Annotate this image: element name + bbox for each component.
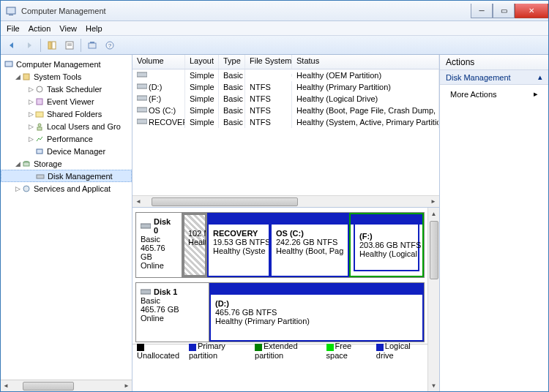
svg-point-22: [23, 186, 29, 192]
volume-header-row: Volume Layout Type File System Status: [132, 55, 439, 69]
scroll-thumb[interactable]: [152, 197, 298, 206]
disk-vertical-scrollbar[interactable]: ▲ ▼: [427, 208, 439, 391]
disk-icon: [141, 222, 151, 230]
partition-oem[interactable]: 102 MHealt: [182, 213, 207, 277]
computer-icon: [4, 59, 14, 69]
tree-disk-management[interactable]: ▷Disk Management: [1, 170, 132, 182]
swatch-primary: [189, 344, 196, 351]
partition-d[interactable]: (D:)465.76 GB NTFSHealthy (Primary Parti…: [209, 283, 424, 342]
tree-root[interactable]: Computer Management: [1, 58, 132, 70]
volume-table: Volume Layout Type File System Status Si…: [132, 55, 439, 208]
tree-storage[interactable]: ◢Storage: [1, 157, 132, 170]
actions-group[interactable]: Disk Management ▴: [440, 70, 548, 85]
svg-rect-3: [52, 42, 56, 49]
tree-local-users[interactable]: ▷Local Users and Gro: [1, 120, 132, 132]
swatch-logical: [376, 344, 384, 351]
properties-button[interactable]: [61, 37, 78, 53]
disk-area: Disk 0 Basic 465.76 GB Online 102 MHealt…: [132, 208, 439, 391]
scroll-thumb[interactable]: [23, 382, 74, 391]
partition-f[interactable]: (F:)203.86 GB NTFSHealthy (Logical: [349, 213, 424, 277]
volume-horizontal-scrollbar[interactable]: ◄ ►: [132, 195, 439, 207]
scroll-thumb[interactable]: [430, 221, 438, 279]
help-button[interactable]: ?: [102, 37, 118, 53]
menu-help[interactable]: Help: [86, 24, 102, 33]
actions-more[interactable]: More Actions ▸: [440, 85, 548, 103]
scroll-left-icon[interactable]: ◄: [1, 381, 11, 391]
back-button[interactable]: [4, 37, 20, 53]
svg-rect-1: [9, 15, 13, 15]
users-icon: [34, 121, 45, 132]
svg-rect-25: [137, 96, 147, 100]
scroll-right-icon[interactable]: ►: [122, 381, 132, 391]
center-pane: Volume Layout Type File System Status Si…: [132, 55, 440, 391]
tree-device-manager[interactable]: ▷Device Manager: [1, 145, 132, 157]
close-button[interactable]: ✕: [515, 4, 548, 18]
svg-point-13: [37, 86, 42, 92]
collapse-icon[interactable]: ◢: [14, 160, 21, 167]
svg-rect-24: [137, 84, 147, 88]
col-filesystem[interactable]: File System: [245, 55, 292, 69]
tree-pane: Computer Management ◢ System Tools ▷Task…: [1, 55, 132, 391]
collapse-icon[interactable]: ▴: [538, 72, 542, 82]
tree-shared-folders[interactable]: ▷Shared Folders: [1, 108, 132, 120]
disk-icon: [35, 171, 45, 181]
svg-rect-27: [137, 119, 147, 124]
col-status[interactable]: Status: [292, 55, 439, 69]
disk-row[interactable]: Disk 0 Basic 465.76 GB Online 102 MHealt…: [135, 212, 425, 278]
menu-action[interactable]: Action: [29, 24, 51, 33]
volume-icon: [137, 106, 147, 113]
tree-horizontal-scrollbar[interactable]: ◄ ►: [1, 380, 132, 391]
tree-system-tools[interactable]: ◢ System Tools: [1, 70, 132, 83]
menu-view[interactable]: View: [59, 24, 77, 33]
volume-row[interactable]: (F:)SimpleBasicNTFSHealthy (Logical Driv…: [132, 93, 439, 105]
volume-row[interactable]: SimpleBasicHealthy (OEM Partition): [132, 69, 439, 81]
scroll-left-icon[interactable]: ◄: [132, 198, 144, 205]
tree-performance[interactable]: ▷Performance: [1, 132, 132, 145]
expand-icon[interactable]: ▷: [27, 110, 34, 118]
chevron-right-icon: ▸: [534, 89, 538, 99]
col-type[interactable]: Type: [219, 55, 245, 69]
col-layout[interactable]: Layout: [185, 55, 219, 69]
col-volume[interactable]: Volume: [132, 55, 185, 69]
forward-button[interactable]: [21, 37, 37, 53]
svg-rect-28: [141, 224, 151, 228]
svg-rect-18: [37, 149, 42, 154]
expand-icon[interactable]: ▷: [27, 98, 34, 105]
svg-rect-11: [5, 61, 12, 67]
scroll-up-icon[interactable]: ▲: [428, 208, 439, 219]
disk-row[interactable]: Disk 1 Basic 465.76 GB Online (D:)465.76…: [135, 282, 425, 342]
minimize-button[interactable]: ─: [471, 4, 493, 18]
expand-icon[interactable]: ▷: [27, 86, 34, 93]
disk-icon: [141, 288, 151, 295]
volume-row[interactable]: RECOVERYSimpleBasicNTFSHealthy (System, …: [132, 116, 439, 128]
volume-icon: [137, 94, 147, 102]
volume-row[interactable]: OS (C:)SimpleBasicNTFSHealthy (Boot, Pag…: [132, 105, 439, 116]
tree-event-viewer[interactable]: ▷Event Viewer: [1, 95, 132, 108]
tools-icon: [21, 72, 31, 82]
tree-task-scheduler[interactable]: ▷Task Scheduler: [1, 83, 132, 95]
expand-icon[interactable]: ▷: [27, 123, 34, 130]
collapse-icon[interactable]: ◢: [14, 73, 21, 80]
svg-rect-23: [137, 72, 147, 77]
expand-icon[interactable]: ▷: [27, 135, 34, 143]
expand-icon[interactable]: ▷: [14, 185, 21, 192]
clock-icon: [34, 84, 45, 94]
menu-file[interactable]: File: [7, 24, 20, 33]
svg-rect-8: [90, 42, 94, 43]
show-hide-tree-button[interactable]: [44, 37, 60, 53]
svg-rect-12: [23, 74, 29, 80]
maximize-button[interactable]: ▭: [493, 4, 515, 18]
perf-icon: [34, 134, 45, 144]
scroll-right-icon[interactable]: ►: [427, 198, 439, 205]
title-bar: Computer Management ─ ▭ ✕: [1, 1, 548, 21]
svg-rect-14: [37, 99, 42, 105]
actions-header: Actions: [440, 55, 548, 70]
scroll-down-icon[interactable]: ▼: [428, 380, 439, 391]
legend: Unallocated Primary partition Extended p…: [132, 344, 427, 357]
tree-services[interactable]: ▷Services and Applicat: [1, 182, 132, 195]
svg-rect-0: [7, 7, 15, 14]
partition-recovery[interactable]: RECOVERY19.53 GB NTFSHealthy (Syste: [207, 213, 270, 277]
partition-os-c[interactable]: OS (C:)242.26 GB NTFSHealthy (Boot, Pag: [270, 213, 349, 277]
volume-row[interactable]: (D:)SimpleBasicNTFSHealthy (Primary Part…: [132, 81, 439, 93]
refresh-button[interactable]: [84, 37, 100, 53]
